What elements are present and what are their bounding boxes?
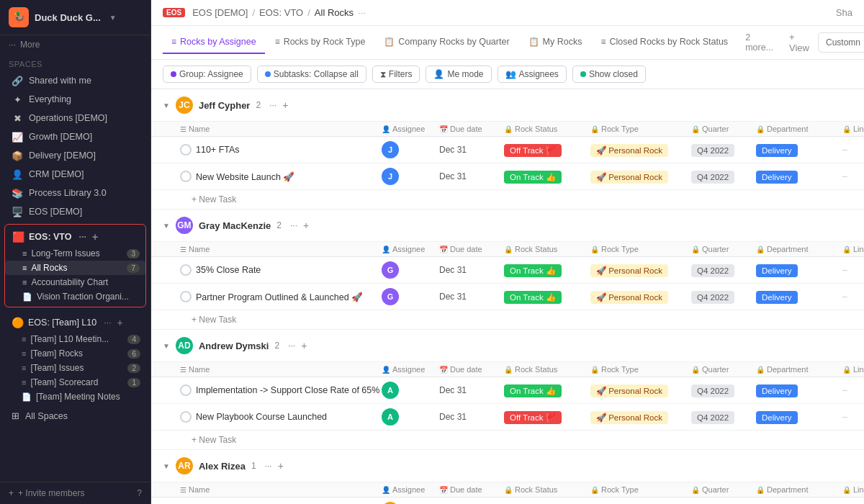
eos-badge: EOS — [163, 8, 185, 17]
invite-members-button[interactable]: + + Invite members ? — [0, 482, 150, 504]
group-dots[interactable]: ··· — [288, 341, 295, 351]
group-chevron-icon[interactable]: ▼ — [163, 102, 170, 109]
group-dots[interactable]: ··· — [290, 220, 297, 230]
task-rock-type[interactable]: 🚀 Personal Rock — [590, 385, 691, 396]
eos-vto-header[interactable]: 🟥 EOS: VTO ··· + — [5, 228, 145, 246]
more-icon: ··· — [9, 40, 16, 50]
task-rock-status[interactable]: On Track 👍 — [504, 265, 590, 276]
group-chevron-icon[interactable]: ▼ — [163, 462, 170, 470]
table-row: Partner Program Outlined & Launched 🚀 G … — [151, 284, 864, 310]
share-button[interactable]: Sha — [836, 7, 852, 18]
task-circle[interactable] — [180, 264, 192, 276]
task-name: Partner Program Outlined & Launched 🚀 — [180, 291, 382, 302]
sidebar-item-crm[interactable]: 👤 CRM [DEMO] — [3, 165, 148, 184]
task-rock-status[interactable]: On Track 👍 — [504, 385, 590, 396]
table-row: 35% Close Rate G Dec 31 On Track 👍 🚀 Per… — [151, 257, 864, 284]
group-chevron-icon[interactable]: ▼ — [163, 342, 170, 350]
group-avatar: AR — [176, 457, 193, 474]
col-rock-status: 🔒Rock Status — [504, 245, 590, 253]
task-circle[interactable] — [180, 384, 192, 396]
group-add-button[interactable]: + — [278, 460, 284, 472]
tab-rocks-by-rock-type[interactable]: ≡ Rocks by Rock Type — [266, 31, 374, 54]
task-rock-type[interactable]: 🚀 Personal Rock — [590, 292, 691, 302]
sidebar-item-long-term-issues[interactable]: ≡ Long-Term Issues 3 — [5, 246, 145, 261]
group-filter-button[interactable]: Group: Assignee — [163, 66, 251, 83]
sidebar-item-process-library[interactable]: 📚 Process Library 3.0 — [3, 184, 148, 202]
sidebar-item-vision-traction[interactable]: 📄 Vision Traction Organi... — [5, 289, 145, 304]
sidebar-item-all-spaces[interactable]: ⊞ All Spaces — [3, 407, 148, 425]
sidebar-item-eos-demo[interactable]: 🖥️ EOS [DEMO] — [3, 202, 148, 221]
group-header-jeff-cypher: ▼ JC Jeff Cypher 2 ··· + — [151, 89, 864, 122]
eos-l10-header[interactable]: 🟠 EOS: [Team] L10 ··· + — [4, 313, 146, 332]
eos-vto-section: 🟥 EOS: VTO ··· + ≡ Long-Term Issues 3 ≡ … — [4, 224, 146, 307]
breadcrumb: EOS EOS [DEMO] / EOS: VTO / All Rocks ··… — [163, 7, 366, 18]
sidebar-item-accountability-chart[interactable]: ≡ Accountability Chart — [5, 275, 145, 289]
new-task-button[interactable]: + New Task — [151, 310, 864, 330]
group-dots[interactable]: ··· — [269, 100, 276, 110]
sidebar-item-team-meeting-notes[interactable]: 📄 [Team] Meeting Notes — [4, 390, 146, 404]
task-rock-status[interactable]: Off Track 🚩 — [504, 412, 590, 423]
tab-my-rocks[interactable]: 📋 My Rocks — [520, 31, 591, 54]
eos-l10-dots[interactable]: ··· — [104, 318, 111, 328]
tabs-bar: ≡ Rocks by Assignee ≡ Rocks by Rock Type… — [151, 26, 864, 60]
group-add-button[interactable]: + — [282, 99, 288, 111]
task-rock-type[interactable]: 🚀 Personal Rock — [590, 412, 691, 423]
sidebar-item-team-rocks[interactable]: ≡ [Team] Rocks 6 — [4, 346, 146, 361]
me-mode-button[interactable]: 👤 Me mode — [426, 66, 491, 83]
col-rock-type: 🔒Rock Type — [590, 365, 691, 374]
tab-rocks-by-assignee[interactable]: ≡ Rocks by Assignee — [163, 31, 265, 54]
group-add-button[interactable]: + — [303, 220, 309, 231]
task-rock-type[interactable]: 🚀 Personal Rock — [590, 265, 691, 276]
delivery-icon: 📦 — [12, 150, 23, 161]
group-add-button[interactable]: + — [301, 340, 307, 351]
task-circle[interactable] — [180, 291, 192, 302]
task-quarter: Q4 2022 — [691, 292, 756, 302]
assignee-avatar: J — [382, 141, 399, 158]
tab-company-rocks[interactable]: 📋 Company Rocks by Quarter — [375, 31, 518, 54]
col-assignee: 👤Assignee — [382, 245, 439, 253]
assignees-button[interactable]: 👥 Assignees — [498, 66, 567, 83]
subtasks-filter-button[interactable]: Subtasks: Collapse all — [257, 66, 366, 83]
sidebar-item-team-scorecard[interactable]: ≡ [Team] Scorecard 1 — [4, 375, 146, 390]
col-quarter: 🔒Quarter — [691, 125, 756, 133]
sidebar-item-shared[interactable]: 🔗 Shared with me — [3, 71, 148, 90]
sidebar-item-everything[interactable]: ✦ Everything — [3, 90, 148, 109]
group-chevron-icon[interactable]: ▼ — [163, 222, 170, 230]
show-closed-button[interactable]: Show closed — [572, 66, 646, 83]
task-quarter: Q4 2022 — [691, 265, 756, 276]
tab-icon-3: 📋 — [528, 37, 539, 47]
task-due-date: Dec 31 — [439, 412, 504, 422]
sidebar-item-all-rocks[interactable]: ≡ All Rocks 7 — [5, 261, 145, 275]
eos-l10-add[interactable]: + — [117, 317, 123, 328]
task-circle[interactable] — [180, 171, 192, 182]
task-rock-type[interactable]: 🚀 Personal Rock — [590, 145, 691, 156]
sidebar-item-team-issues[interactable]: ≡ [Team] Issues 2 — [4, 361, 146, 375]
sidebar-item-growth[interactable]: 📈 Growth [DEMO] — [3, 127, 148, 146]
sidebar-item-delivery[interactable]: 📦 Delivery [DEMO] — [3, 146, 148, 165]
task-rock-status[interactable]: On Track 👍 — [504, 292, 590, 302]
col-linked-tasks: 🔒Linked tasks — [842, 125, 864, 133]
task-rock-status[interactable]: On Track 👍 — [504, 171, 590, 182]
sidebar-more-button[interactable]: ··· More — [0, 35, 150, 54]
new-task-button[interactable]: + New Task — [151, 431, 864, 450]
task-linked-tasks: – — [842, 145, 864, 155]
task-rock-type[interactable]: 🚀 Personal Rock — [590, 171, 691, 182]
breadcrumb-dots[interactable]: ··· — [358, 7, 366, 18]
task-circle[interactable] — [180, 144, 192, 156]
tab-add-view[interactable]: + View — [782, 26, 816, 59]
eos-vto-add[interactable]: + — [92, 231, 98, 243]
task-circle[interactable] — [180, 411, 192, 423]
eos-vto-dots[interactable]: ··· — [79, 232, 86, 242]
customize-button[interactable]: Customn — [818, 32, 864, 53]
group-dots[interactable]: ··· — [265, 461, 272, 471]
filters-button[interactable]: ⧗ Filters — [372, 66, 420, 83]
tab-more[interactable]: 2 more... — [738, 27, 780, 58]
sidebar-item-operations[interactable]: ✖ Operations [DEMO] — [3, 109, 148, 127]
new-task-button[interactable]: + New Task — [151, 190, 864, 210]
tab-closed-rocks[interactable]: ≡ Closed Rocks by Rock Status — [592, 31, 737, 54]
task-rock-status[interactable]: Off Track 🚩 — [504, 145, 590, 156]
group-count: 1 — [251, 461, 256, 471]
spaces-label: Spaces — [0, 54, 150, 71]
sidebar-item-l10-meeting[interactable]: ≡ [Team] L10 Meetin... 4 — [4, 332, 146, 346]
workspace-header[interactable]: 🦆 Duck Duck G... ▼ — [0, 0, 150, 35]
